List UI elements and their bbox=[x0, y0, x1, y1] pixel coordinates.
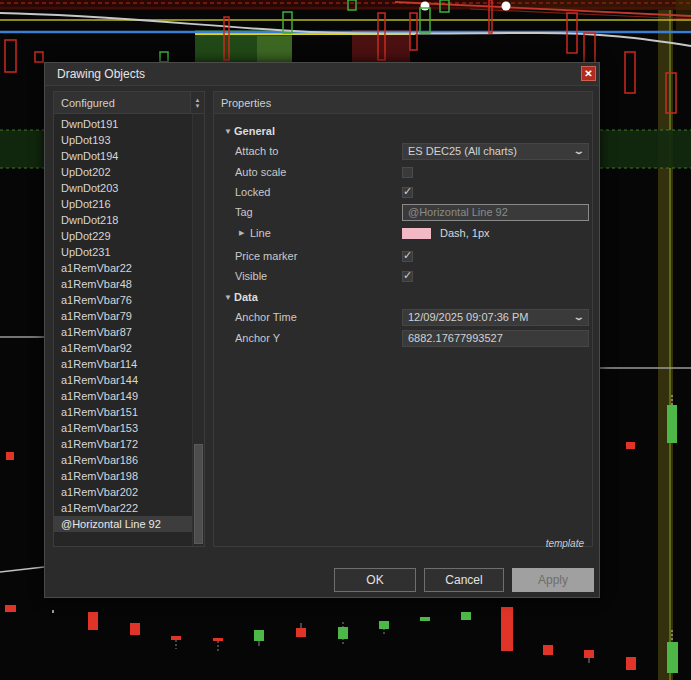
list-item[interactable]: a1RemVbar144 bbox=[54, 372, 193, 388]
list-item[interactable]: DwnDot194 bbox=[54, 148, 193, 164]
trading-chart-window: Drawing Objects ✕ Configured ▲ ▼ DwnDot1… bbox=[0, 0, 691, 680]
properties-header: Properties bbox=[214, 92, 592, 114]
scrollbar-thumb[interactable] bbox=[194, 444, 203, 544]
list-item[interactable]: a1RemVbar22 bbox=[54, 260, 193, 276]
collapse-triangle-icon[interactable]: ▼ bbox=[222, 127, 234, 136]
configured-list-body: DwnDot191UpDot193DwnDot194UpDot202DwnDot… bbox=[54, 114, 204, 546]
attach-to-value: ES DEC25 (All charts) bbox=[408, 145, 517, 157]
anchor-time-label: Anchor Time bbox=[235, 311, 297, 323]
list-item[interactable]: UpDot202 bbox=[54, 164, 193, 180]
list-item[interactable]: a1RemVbar76 bbox=[54, 292, 193, 308]
chevron-down-icon: ⌄ bbox=[573, 146, 585, 156]
properties-panel: Properties ▼ General Attach to ES DEC25 … bbox=[213, 91, 593, 547]
auto-scale-checkbox[interactable]: ✓ bbox=[402, 167, 413, 178]
price-marker-label: Price marker bbox=[235, 250, 297, 262]
row-anchor-time: Anchor Time 12/09/2025 09:07:36 PM ⌄ bbox=[214, 308, 592, 326]
list-item[interactable]: UpDot231 bbox=[54, 244, 193, 260]
scroll-down-icon[interactable]: ▼ bbox=[195, 103, 201, 109]
anchor-y-input[interactable]: 6882.17677993527 bbox=[402, 330, 589, 347]
anchor-y-label: Anchor Y bbox=[235, 332, 280, 344]
row-price-marker: Price marker ✓ bbox=[214, 247, 592, 265]
visible-checkbox[interactable]: ✓ bbox=[402, 271, 413, 282]
list-item[interactable]: DwnDot191 bbox=[54, 116, 193, 132]
row-anchor-y: Anchor Y 6882.17677993527 bbox=[214, 329, 592, 347]
section-data[interactable]: ▼ Data bbox=[214, 288, 592, 306]
ok-button[interactable]: OK bbox=[334, 568, 416, 592]
attach-to-label: Attach to bbox=[235, 145, 278, 157]
list-scrollbar[interactable] bbox=[192, 114, 204, 546]
check-icon: ✓ bbox=[403, 249, 412, 262]
list-item[interactable]: a1RemVbar222 bbox=[54, 500, 193, 516]
properties-header-label: Properties bbox=[221, 97, 271, 109]
expand-triangle-icon[interactable]: ▶ bbox=[239, 229, 244, 237]
row-locked: Locked ✓ bbox=[214, 183, 592, 201]
anchor-y-value: 6882.17677993527 bbox=[408, 332, 503, 344]
configured-list: DwnDot191UpDot193DwnDot194UpDot202DwnDot… bbox=[54, 116, 193, 532]
list-item[interactable]: @Horizontal Line 92 bbox=[54, 516, 193, 532]
line-label: Line bbox=[250, 227, 271, 239]
tag-label: Tag bbox=[235, 206, 253, 218]
list-spinner: ▲ ▼ bbox=[190, 92, 204, 113]
check-icon: ✓ bbox=[403, 185, 412, 198]
list-item[interactable]: a1RemVbar114 bbox=[54, 356, 193, 372]
row-visible: Visible ✓ bbox=[214, 267, 592, 285]
line-color-swatch bbox=[402, 228, 431, 239]
apply-button[interactable]: Apply bbox=[512, 568, 594, 592]
list-item[interactable]: UpDot216 bbox=[54, 196, 193, 212]
row-line: ▶ Line Dash, 1px bbox=[214, 224, 592, 242]
list-item[interactable]: a1RemVbar149 bbox=[54, 388, 193, 404]
check-icon: ✓ bbox=[403, 269, 412, 282]
list-item[interactable]: a1RemVbar151 bbox=[54, 404, 193, 420]
list-item[interactable]: a1RemVbar153 bbox=[54, 420, 193, 436]
configured-header: Configured ▲ ▼ bbox=[54, 92, 204, 114]
section-general[interactable]: ▼ General bbox=[214, 122, 592, 140]
row-auto-scale: Auto scale ✓ bbox=[214, 163, 592, 181]
list-item[interactable]: a1RemVbar202 bbox=[54, 484, 193, 500]
list-item[interactable]: UpDot193 bbox=[54, 132, 193, 148]
collapse-triangle-icon[interactable]: ▼ bbox=[222, 293, 234, 302]
attach-to-select[interactable]: ES DEC25 (All charts) ⌄ bbox=[402, 143, 589, 160]
row-attach-to: Attach to ES DEC25 (All charts) ⌄ bbox=[214, 142, 592, 160]
list-item[interactable]: a1RemVbar172 bbox=[54, 436, 193, 452]
cancel-button[interactable]: Cancel bbox=[424, 568, 504, 592]
list-item[interactable]: a1RemVbar79 bbox=[54, 308, 193, 324]
template-link[interactable]: template bbox=[546, 538, 584, 549]
configured-header-label: Configured bbox=[61, 97, 115, 109]
close-icon: ✕ bbox=[584, 68, 592, 79]
anchor-time-select[interactable]: 12/09/2025 09:07:36 PM ⌄ bbox=[402, 309, 589, 326]
visible-label: Visible bbox=[235, 270, 267, 282]
list-item[interactable]: DwnDot218 bbox=[54, 212, 193, 228]
list-item[interactable]: a1RemVbar186 bbox=[54, 452, 193, 468]
drawing-objects-dialog: Drawing Objects ✕ Configured ▲ ▼ DwnDot1… bbox=[44, 62, 600, 598]
locked-checkbox[interactable]: ✓ bbox=[402, 187, 413, 198]
section-general-label: General bbox=[234, 125, 275, 137]
dialog-button-bar: OK Cancel Apply bbox=[45, 568, 599, 592]
list-item[interactable]: a1RemVbar198 bbox=[54, 468, 193, 484]
chevron-down-icon: ⌄ bbox=[573, 312, 585, 322]
locked-label: Locked bbox=[235, 186, 270, 198]
list-item[interactable]: DwnDot203 bbox=[54, 180, 193, 196]
list-item[interactable]: a1RemVbar87 bbox=[54, 324, 193, 340]
tag-value: @Horizontal Line 92 bbox=[408, 206, 508, 218]
dialog-title: Drawing Objects bbox=[45, 67, 145, 81]
tag-input[interactable]: @Horizontal Line 92 bbox=[402, 204, 589, 221]
section-data-label: Data bbox=[234, 291, 258, 303]
auto-scale-label: Auto scale bbox=[235, 166, 286, 178]
anchor-time-value: 12/09/2025 09:07:36 PM bbox=[408, 311, 528, 323]
price-marker-checkbox[interactable]: ✓ bbox=[402, 251, 413, 262]
dialog-titlebar[interactable]: Drawing Objects ✕ bbox=[45, 63, 599, 86]
line-value-group[interactable]: Dash, 1px bbox=[402, 227, 589, 239]
list-item[interactable]: a1RemVbar92 bbox=[54, 340, 193, 356]
configured-panel: Configured ▲ ▼ DwnDot191UpDot193DwnDot19… bbox=[53, 91, 205, 547]
row-tag: Tag @Horizontal Line 92 bbox=[214, 203, 592, 221]
line-style-value: Dash, 1px bbox=[440, 227, 490, 239]
list-item[interactable]: UpDot229 bbox=[54, 228, 193, 244]
close-button[interactable]: ✕ bbox=[581, 66, 596, 81]
list-item[interactable]: a1RemVbar48 bbox=[54, 276, 193, 292]
